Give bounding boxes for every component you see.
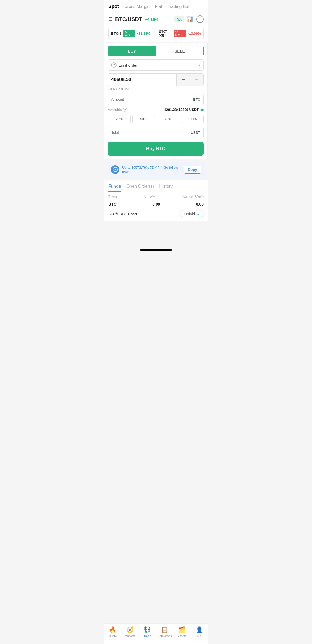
available-label: Available ? [108, 108, 127, 112]
left-panel: BUY SELL ? Limit order ▾ − + ≈40608.50 U… [104, 43, 208, 159]
top-nav: Spot Cross Margin Fiat Trading Bot [104, 0, 208, 12]
buy-button[interactable]: Buy BTC [108, 142, 204, 156]
sub-pair-short-badge: 3X Short [174, 30, 186, 37]
pct-50-button[interactable]: 50% [132, 115, 155, 123]
total-input-row: USDT [108, 127, 204, 138]
pair-change: +4.18% [145, 17, 158, 22]
chart-row: BTC/USDT Chart Unfold ▲ [104, 207, 208, 221]
order-type-selector[interactable]: ? Limit order ▾ [108, 59, 204, 71]
sell-tab[interactable]: SELL [156, 46, 203, 56]
available-row: Available ? 1201.23412899 USDT ⇄ [108, 107, 204, 112]
copy-banner-text: Up to 30573.79% 7D APY. Go follow now! [122, 166, 181, 174]
tab-funds[interactable]: Funds [108, 184, 121, 192]
funds-value-btc: 0.00 [196, 202, 204, 206]
unfold-arrow-icon: ▲ [197, 212, 200, 216]
chart-row-label: BTC/USDT Chart [108, 212, 137, 216]
unfold-button[interactable]: Unfold ▲ [180, 210, 204, 218]
buy-sell-tabs: BUY SELL [108, 46, 204, 56]
pair-actions: 5X 📊 + [174, 15, 204, 23]
sub-pair-long[interactable]: BTC*3 3X Long +12.34% [108, 28, 153, 39]
amount-input[interactable] [108, 94, 190, 105]
sub-pair-long-change: +12.34% [137, 31, 150, 35]
add-icon[interactable]: + [196, 15, 204, 23]
amount-input-row: BTC [108, 94, 204, 105]
sub-pair-short-name: BTC*(-3) [159, 29, 172, 37]
unfold-label: Unfold [184, 212, 195, 216]
transfer-icon[interactable]: ⇄ [200, 107, 204, 112]
nav-spot[interactable]: Spot [108, 4, 119, 9]
nav-cross-margin[interactable]: Cross Margin [124, 4, 150, 9]
sub-pair-long-name: BTC*3 [111, 31, 122, 35]
total-input[interactable] [108, 127, 188, 138]
price-input-row: − + [108, 73, 204, 86]
available-amount: 1201.23412899 USDT [164, 108, 199, 112]
sub-pair-long-badge: 3X Long [123, 30, 135, 37]
order-type-label: Limit order [119, 63, 197, 67]
home-indicator [140, 249, 172, 251]
right-panel: Price Amount 40610.47 1.3934 40609.38 0.… [208, 43, 208, 159]
funds-section: Funds Open Order(s) History Token Amt./A… [104, 180, 208, 207]
tab-open-orders[interactable]: Open Order(s) [126, 184, 154, 192]
price-input[interactable] [108, 74, 176, 86]
nav-fiat[interactable]: Fiat [155, 4, 162, 9]
buy-tab[interactable]: BUY [108, 46, 156, 56]
pct-25-button[interactable]: 25% [108, 115, 131, 123]
order-type-help-icon: ? [111, 62, 117, 68]
copy-banner: Up to 30573.79% 7D APY. Go follow now! C… [107, 162, 205, 178]
price-increase-button[interactable]: + [190, 74, 203, 86]
sub-pair-short-change: -13.09% [188, 31, 201, 35]
approx-price: ≈40608.50 USD [108, 87, 204, 91]
copy-banner-icon [111, 165, 119, 174]
funds-amount-btc: 0.00 [152, 202, 160, 206]
amount-currency: BTC [190, 94, 203, 105]
available-help-icon: ? [123, 108, 127, 112]
price-decrease-button[interactable]: − [177, 74, 190, 86]
funds-tabs: Funds Open Order(s) History [108, 180, 204, 192]
funds-header-value: Value(USD)/% [183, 195, 204, 199]
hamburger-icon[interactable]: ☰ [108, 16, 113, 22]
funds-token-btc: BTC [108, 202, 117, 206]
funds-header-amount: Amt./Avl. [144, 195, 157, 199]
sub-pair-short[interactable]: BTC*(-3) 3X Short -13.09% [156, 28, 204, 39]
trading-area: BUY SELL ? Limit order ▾ − + ≈40608.50 U… [104, 43, 208, 159]
copy-button[interactable]: Copy [184, 166, 201, 174]
sub-pair-row: BTC*3 3X Long +12.34% BTC*(-3) 3X Short … [104, 26, 208, 42]
order-type-arrow-icon: ▾ [199, 63, 200, 67]
nav-trading-bot[interactable]: Trading Bot [167, 4, 189, 9]
pair-name[interactable]: BTC/USDT [115, 16, 142, 22]
pct-100-button[interactable]: 100% [181, 115, 204, 123]
pair-header: ☰ BTC/USDT +4.18% 5X 📊 + [104, 12, 208, 26]
funds-header-token: Token [108, 195, 117, 199]
funds-row-btc: BTC 0.00 0.00 [108, 201, 204, 207]
leverage-badge[interactable]: 5X [174, 16, 184, 22]
pct-75-button[interactable]: 75% [157, 115, 179, 123]
chart-icon[interactable]: 📊 [187, 16, 194, 22]
tab-history[interactable]: History [159, 184, 173, 192]
total-currency: USDT [188, 127, 203, 138]
pct-buttons: 25% 50% 75% 100% [108, 115, 204, 123]
funds-table-header: Token Amt./Avl. Value(USD)/% [108, 195, 204, 199]
svg-point-0 [113, 167, 118, 172]
